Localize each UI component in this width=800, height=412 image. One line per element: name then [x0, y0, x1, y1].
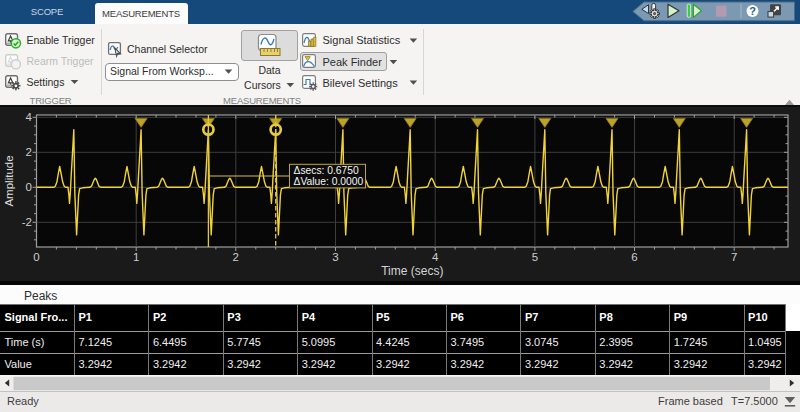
svg-text:0: 0	[26, 181, 32, 193]
svg-text:2: 2	[233, 251, 239, 263]
svg-text:Δsecs: 0.6750: Δsecs: 0.6750	[294, 165, 360, 176]
svg-text:1: 1	[133, 251, 139, 263]
svg-text:Time (secs): Time (secs)	[381, 264, 443, 278]
svg-text:Amplitude: Amplitude	[3, 155, 15, 206]
svg-text:6: 6	[631, 251, 637, 263]
svg-text:4: 4	[26, 111, 33, 123]
svg-text:3: 3	[332, 251, 338, 263]
svg-text:0: 0	[33, 251, 39, 263]
svg-text:5: 5	[532, 251, 538, 263]
svg-text:-2: -2	[22, 216, 32, 228]
svg-text:2: 2	[26, 146, 32, 158]
svg-text:?: ?	[749, 5, 756, 17]
svg-text:7: 7	[731, 251, 737, 263]
svg-text:ΔValue: 0.0000: ΔValue: 0.0000	[294, 176, 364, 187]
svg-text:4: 4	[432, 251, 439, 263]
